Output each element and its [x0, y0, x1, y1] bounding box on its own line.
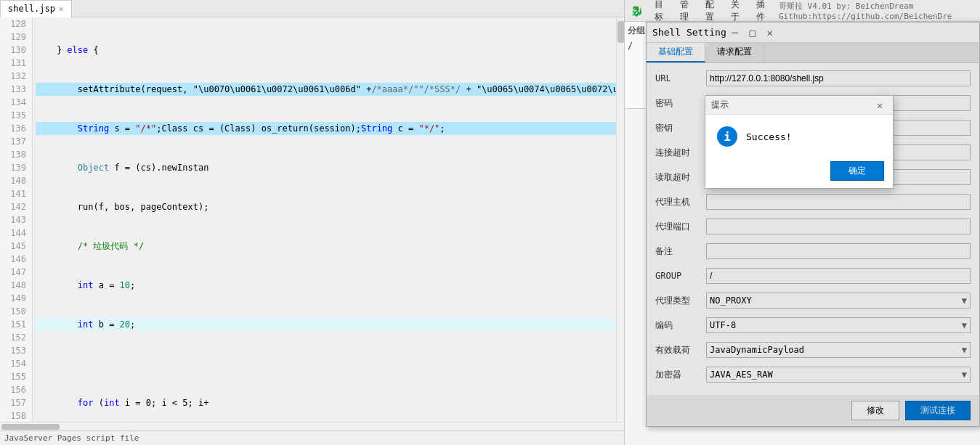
dialog-ok-button[interactable]: 确定 — [830, 161, 884, 181]
dialog-footer: 确定 — [705, 158, 893, 188]
menu-about[interactable]: 关于 — [728, 0, 745, 25]
tab-label: shell.jsp — [8, 4, 55, 14]
editor-tab[interactable]: shell.jsp × — [0, 0, 72, 17]
editor-section: shell.jsp × 128 129 130 131 132 133 134 … — [0, 0, 625, 445]
shell-setting-window: Shell Setting ─ □ ✕ 基础配置 请求配置 URL 密码 — [646, 22, 980, 427]
code-line: run(f, bos, pageContext); — [36, 200, 616, 213]
info-icon: i — [717, 126, 737, 147]
horizontal-scrollbar[interactable] — [0, 422, 625, 430]
status-bar: JavaServer Pages script file — [0, 430, 625, 445]
dialog-box: 提示 ✕ i Success! 确定 — [705, 95, 894, 189]
tab-close-icon[interactable]: × — [59, 4, 64, 14]
dialog-close-button[interactable]: ✕ — [872, 98, 887, 113]
code-line: for (int i = 0; i < 5; i+ — [36, 396, 616, 409]
code-content[interactable]: } else { setAttribute(request, "\u0070\u… — [33, 17, 616, 422]
menu-config[interactable]: 配置 — [702, 0, 719, 25]
dialog-body: i Success! — [705, 115, 893, 158]
code-line: /* 垃圾代码 */ — [36, 240, 616, 253]
menu-target[interactable]: 目标 — [652, 0, 668, 25]
menu-plugins[interactable]: 插件 — [753, 0, 770, 25]
h-scrollbar-thumb[interactable] — [1, 424, 60, 430]
status-text: JavaServer Pages script file — [4, 433, 139, 443]
editor-body: 128 129 130 131 132 133 134 135 136 137 … — [0, 17, 625, 422]
dialog-titlebar: 提示 ✕ — [705, 96, 893, 115]
code-line: Object f = (cs).newInstan — [36, 161, 616, 174]
dialog-overlay: 提示 ✕ i Success! 确定 — [647, 23, 979, 426]
line-numbers: 128 129 130 131 132 133 134 135 136 137 … — [0, 17, 33, 422]
tool-header: 🐉 目标 管理 配置 关于 插件 哥斯拉 V4.01 by: BeichenDr… — [625, 0, 980, 22]
right-panel: 🐉 目标 管理 配置 关于 插件 哥斯拉 V4.01 by: BeichenDr… — [624, 0, 980, 445]
code-line: int b = 20; — [36, 318, 616, 331]
code-line: int a = 10; — [36, 279, 616, 292]
main-layout: shell.jsp × 128 129 130 131 132 133 134 … — [0, 0, 980, 445]
code-line: setAttribute(request, "\u0070\u0061\u007… — [36, 83, 616, 96]
code-line: } else { — [36, 44, 616, 57]
code-line: String s = "/*";Class cs = (Class) os_re… — [36, 122, 616, 135]
dialog-message: Success! — [746, 131, 792, 142]
tool-title: 哥斯拉 V4.01 by: BeichenDream Github:https:… — [779, 1, 974, 21]
tab-bar: shell.jsp × — [0, 0, 625, 17]
menu-icon: 🐉 — [631, 5, 643, 17]
menu-manage[interactable]: 管理 — [677, 0, 694, 25]
dialog-title: 提示 — [711, 99, 872, 111]
code-line — [36, 357, 616, 370]
